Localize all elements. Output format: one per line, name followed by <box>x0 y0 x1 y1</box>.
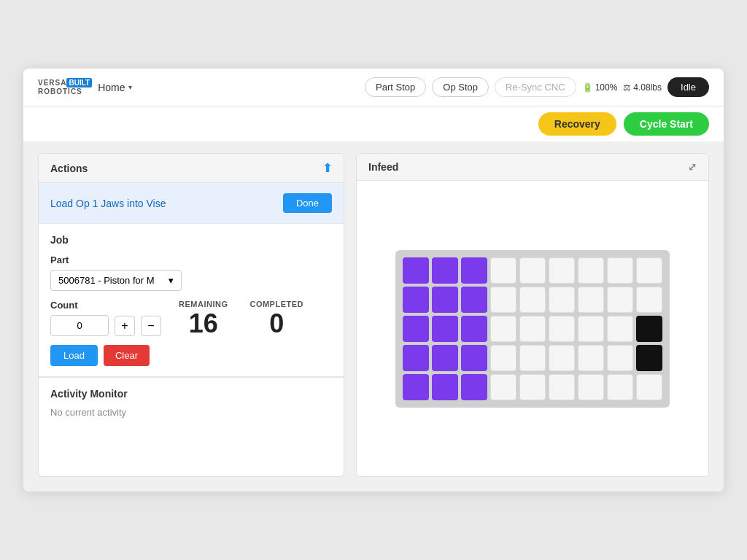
grid-cell[interactable] <box>490 374 516 400</box>
grid-cell[interactable] <box>490 345 516 371</box>
completed-label: COMPLETED <box>249 300 303 308</box>
grid-cell[interactable] <box>578 316 604 342</box>
actions-section-header: Actions ⬆ <box>39 154 344 183</box>
home-nav[interactable]: Home ▾ <box>98 82 131 93</box>
infeed-grid <box>403 257 662 400</box>
idle-button[interactable]: Idle <box>667 77 709 97</box>
grid-cell[interactable] <box>549 345 575 371</box>
grid-cell[interactable] <box>490 287 516 313</box>
right-panel: Infeed ⤢ <box>356 153 709 477</box>
expand-icon[interactable]: ⤢ <box>688 161 697 173</box>
battery-status: 🔋 100% <box>582 82 618 93</box>
infeed-header: Infeed ⤢ <box>357 154 708 181</box>
grid-cell[interactable] <box>519 287 546 313</box>
done-button[interactable]: Done <box>283 193 332 213</box>
grid-cell[interactable] <box>403 374 429 400</box>
logo-versa: VERSA <box>38 79 66 87</box>
grid-cell[interactable] <box>461 287 487 313</box>
part-label: Part <box>50 254 332 265</box>
infeed-body <box>357 181 708 476</box>
grid-cell[interactable] <box>403 345 429 371</box>
grid-cell[interactable] <box>432 316 458 342</box>
grid-cell[interactable] <box>578 374 604 400</box>
infeed-title: Infeed <box>368 161 398 173</box>
completed-stat: COMPLETED 0 <box>249 300 303 339</box>
increment-button[interactable]: + <box>115 316 135 336</box>
grid-cell[interactable] <box>607 287 633 313</box>
grid-cell[interactable] <box>519 345 546 371</box>
remaining-value: 16 <box>179 308 228 339</box>
grid-cell[interactable] <box>519 316 546 342</box>
battery-pct: 100% <box>595 82 618 93</box>
grid-cell[interactable] <box>432 257 458 284</box>
grid-cell[interactable] <box>549 316 575 342</box>
grid-cell[interactable] <box>549 374 575 400</box>
grid-cell[interactable] <box>461 374 487 400</box>
action-item: Load Op 1 Jaws into Vise Done <box>39 183 344 224</box>
grid-cell[interactable] <box>490 257 516 284</box>
re-sync-cnc-button: Re-Sync CNC <box>495 77 576 97</box>
actions-title: Actions <box>50 163 88 174</box>
logo-area: VERSABUILT ROBOTICS Home ▾ <box>38 79 155 96</box>
job-section: Job Part 5006781 - Piston for M ▾ Count … <box>39 224 344 377</box>
part-value: 5006781 - Piston for M <box>58 275 155 286</box>
grid-cell[interactable] <box>403 257 429 284</box>
part-select-chevron: ▾ <box>169 275 174 286</box>
grid-cell[interactable] <box>578 345 604 371</box>
part-stop-button[interactable]: Part Stop <box>365 77 426 97</box>
grid-cell[interactable] <box>636 287 662 313</box>
logo-built: BUILT <box>66 78 92 88</box>
grid-cell[interactable] <box>519 374 546 400</box>
cycle-start-button[interactable]: Cycle Start <box>624 112 709 136</box>
grid-cell[interactable] <box>607 257 633 284</box>
clear-button[interactable]: Clear <box>104 345 150 366</box>
activity-section: Activity Monitor No current activity <box>39 378 344 428</box>
left-panel: Actions ⬆ Load Op 1 Jaws into Vise Done … <box>38 153 344 477</box>
grid-cell[interactable] <box>432 374 458 400</box>
count-input[interactable] <box>50 315 109 336</box>
grid-cell[interactable] <box>432 345 458 371</box>
remaining-stat: REMAINING 16 <box>179 300 228 339</box>
weight-status: ⚖ 4.08lbs <box>623 82 662 93</box>
weight-value: 4.08lbs <box>633 82 662 93</box>
decrement-button[interactable]: − <box>141 316 161 336</box>
grid-cell[interactable] <box>607 374 633 400</box>
grid-cell[interactable] <box>549 257 575 284</box>
grid-cell[interactable] <box>461 257 487 284</box>
grid-cell[interactable] <box>607 345 633 371</box>
grid-cell[interactable] <box>636 345 662 371</box>
grid-cell[interactable] <box>403 316 429 342</box>
logo-robotics: ROBOTICS <box>38 88 82 96</box>
remaining-label: REMAINING <box>179 300 228 308</box>
grid-cell[interactable] <box>432 287 458 313</box>
grid-cell[interactable] <box>461 316 487 342</box>
grid-cell[interactable] <box>519 257 546 284</box>
part-select[interactable]: 5006781 - Piston for M ▾ <box>50 270 182 291</box>
grid-cell[interactable] <box>490 316 516 342</box>
weight-icon: ⚖ <box>623 82 631 93</box>
grid-cell[interactable] <box>636 374 662 400</box>
activity-monitor-title: Activity Monitor <box>50 388 332 400</box>
no-activity-text: No current activity <box>50 407 332 418</box>
count-row: + − <box>50 315 161 336</box>
home-label: Home <box>98 82 125 93</box>
load-clear-row: Load Clear <box>50 345 161 366</box>
grid-cell[interactable] <box>607 316 633 342</box>
grid-cell[interactable] <box>636 316 662 342</box>
main-content: Actions ⬆ Load Op 1 Jaws into Vise Done … <box>23 141 724 491</box>
recovery-button[interactable]: Recovery <box>538 112 616 136</box>
app-wrapper: VERSABUILT ROBOTICS Home ▾ Part Stop Op … <box>23 69 724 491</box>
grid-cell[interactable] <box>636 257 662 284</box>
grid-cell[interactable] <box>403 287 429 313</box>
grid-cell[interactable] <box>549 287 575 313</box>
load-button[interactable]: Load <box>50 345 98 366</box>
grid-cell[interactable] <box>461 345 487 371</box>
grid-cell[interactable] <box>578 257 604 284</box>
upload-icon[interactable]: ⬆ <box>322 161 332 175</box>
chevron-down-icon: ▾ <box>128 83 132 91</box>
action-row: Recovery Cycle Start <box>23 106 724 141</box>
logo: VERSABUILT ROBOTICS <box>38 79 92 96</box>
battery-icon: 🔋 <box>582 82 593 93</box>
grid-cell[interactable] <box>578 287 604 313</box>
op-stop-button[interactable]: Op Stop <box>432 77 489 97</box>
